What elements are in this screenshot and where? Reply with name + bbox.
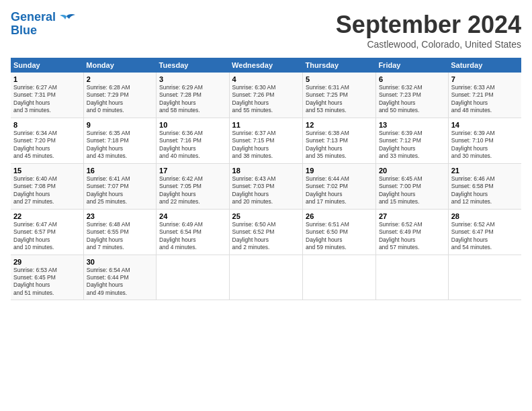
day-number: 24: [159, 212, 226, 220]
day-info: Sunrise: 6:54 AMSunset: 6:44 PMDaylight …: [87, 267, 153, 298]
calendar-day-cell: 19Sunrise: 6:44 AMSunset: 7:02 PMDayligh…: [303, 163, 376, 209]
calendar-day-cell: 1Sunrise: 6:27 AMSunset: 7:31 PMDaylight…: [11, 73, 83, 118]
day-number: 13: [379, 121, 445, 129]
day-info: Sunrise: 6:38 AMSunset: 7:13 PMDaylight …: [306, 130, 373, 161]
location-title: Castlewood, Colorado, United States: [336, 39, 521, 50]
day-info: Sunrise: 6:37 AMSunset: 7:15 PMDaylight …: [232, 130, 300, 161]
title-section: September 2024 Castlewood, Colorado, Uni…: [336, 11, 521, 50]
day-info: Sunrise: 6:45 AMSunset: 7:00 PMDaylight …: [379, 175, 445, 206]
day-info: Sunrise: 6:52 AMSunset: 6:47 PMDaylight …: [451, 221, 519, 252]
calendar-day-cell: 25Sunrise: 6:50 AMSunset: 6:52 PMDayligh…: [229, 209, 302, 255]
month-title: September 2024: [336, 11, 521, 39]
calendar-week-row: 15Sunrise: 6:40 AMSunset: 7:08 PMDayligh…: [11, 163, 521, 209]
day-info: Sunrise: 6:40 AMSunset: 7:08 PMDaylight …: [13, 175, 81, 206]
calendar-day-cell: 10Sunrise: 6:36 AMSunset: 7:16 PMDayligh…: [157, 118, 229, 163]
day-number: 12: [306, 121, 373, 129]
day-of-week-header: Monday: [83, 58, 156, 73]
day-info: Sunrise: 6:43 AMSunset: 7:03 PMDaylight …: [232, 175, 300, 206]
calendar-day-cell: 12Sunrise: 6:38 AMSunset: 7:13 PMDayligh…: [303, 118, 376, 163]
calendar-day-cell: 18Sunrise: 6:43 AMSunset: 7:03 PMDayligh…: [229, 163, 302, 209]
day-number: 14: [451, 121, 519, 129]
day-info: Sunrise: 6:27 AMSunset: 7:31 PMDaylight …: [13, 84, 81, 115]
day-info: Sunrise: 6:47 AMSunset: 6:57 PMDaylight …: [13, 221, 81, 252]
day-number: 1: [13, 75, 81, 83]
calendar-day-cell: 22Sunrise: 6:47 AMSunset: 6:57 PMDayligh…: [11, 209, 83, 255]
day-info: Sunrise: 6:33 AMSunset: 7:21 PMDaylight …: [451, 84, 519, 115]
calendar-week-row: 22Sunrise: 6:47 AMSunset: 6:57 PMDayligh…: [11, 209, 521, 255]
day-info: Sunrise: 6:39 AMSunset: 7:12 PMDaylight …: [379, 130, 445, 161]
calendar-day-cell: 23Sunrise: 6:48 AMSunset: 6:55 PMDayligh…: [83, 209, 156, 255]
day-number: 20: [379, 167, 445, 175]
calendar-day-cell: 21Sunrise: 6:46 AMSunset: 6:58 PMDayligh…: [448, 163, 521, 209]
calendar-day-cell: 29Sunrise: 6:53 AMSunset: 6:45 PMDayligh…: [11, 255, 83, 300]
calendar-day-cell: 14Sunrise: 6:39 AMSunset: 7:10 PMDayligh…: [448, 118, 521, 163]
day-number: 8: [13, 121, 81, 129]
day-number: 26: [306, 212, 373, 220]
day-number: 2: [87, 75, 153, 83]
calendar-table: SundayMondayTuesdayWednesdayThursdayFrid…: [11, 58, 521, 300]
day-info: Sunrise: 6:53 AMSunset: 6:45 PMDaylight …: [13, 267, 81, 298]
day-info: Sunrise: 6:35 AMSunset: 7:18 PMDaylight …: [87, 130, 153, 161]
calendar-day-cell: 28Sunrise: 6:52 AMSunset: 6:47 PMDayligh…: [448, 209, 521, 255]
day-number: 3: [159, 75, 226, 83]
calendar-day-cell: 27Sunrise: 6:52 AMSunset: 6:49 PMDayligh…: [375, 209, 448, 255]
calendar-week-row: 8Sunrise: 6:34 AMSunset: 7:20 PMDaylight…: [11, 118, 521, 163]
day-number: 23: [87, 212, 153, 220]
calendar-day-cell: 20Sunrise: 6:45 AMSunset: 7:00 PMDayligh…: [375, 163, 448, 209]
day-info: Sunrise: 6:50 AMSunset: 6:52 PMDaylight …: [232, 221, 300, 252]
calendar-day-cell: 2Sunrise: 6:28 AMSunset: 7:29 PMDaylight…: [83, 73, 156, 118]
day-info: Sunrise: 6:42 AMSunset: 7:05 PMDaylight …: [159, 175, 226, 206]
page-header: GeneralBlue September 2024 Castlewood, C…: [11, 11, 521, 50]
day-number: 21: [451, 167, 519, 175]
calendar-day-cell: 8Sunrise: 6:34 AMSunset: 7:20 PMDaylight…: [11, 118, 83, 163]
day-info: Sunrise: 6:46 AMSunset: 6:58 PMDaylight …: [451, 175, 519, 206]
day-number: 19: [306, 167, 373, 175]
day-number: 9: [87, 121, 153, 129]
calendar-day-cell: 5Sunrise: 6:31 AMSunset: 7:25 PMDaylight…: [303, 73, 376, 118]
calendar-day-cell: 16Sunrise: 6:41 AMSunset: 7:07 PMDayligh…: [83, 163, 156, 209]
day-info: Sunrise: 6:34 AMSunset: 7:20 PMDaylight …: [13, 130, 81, 161]
calendar-day-cell: 9Sunrise: 6:35 AMSunset: 7:18 PMDaylight…: [83, 118, 156, 163]
day-number: 29: [13, 258, 81, 266]
calendar-day-cell: 17Sunrise: 6:42 AMSunset: 7:05 PMDayligh…: [157, 163, 229, 209]
day-of-week-header: Sunday: [11, 58, 83, 73]
calendar-day-cell: [448, 255, 521, 300]
day-info: Sunrise: 6:29 AMSunset: 7:28 PMDaylight …: [159, 84, 226, 115]
calendar-day-cell: [157, 255, 229, 300]
day-info: Sunrise: 6:36 AMSunset: 7:16 PMDaylight …: [159, 130, 226, 161]
day-info: Sunrise: 6:51 AMSunset: 6:50 PMDaylight …: [306, 221, 373, 252]
day-info: Sunrise: 6:32 AMSunset: 7:23 PMDaylight …: [379, 84, 445, 115]
day-number: 6: [379, 75, 445, 83]
day-of-week-header: Saturday: [448, 58, 521, 73]
day-number: 17: [159, 167, 226, 175]
day-info: Sunrise: 6:48 AMSunset: 6:55 PMDaylight …: [87, 221, 153, 252]
calendar-day-cell: 24Sunrise: 6:49 AMSunset: 6:54 PMDayligh…: [157, 209, 229, 255]
calendar-day-cell: [375, 255, 448, 300]
day-number: 7: [451, 75, 519, 83]
calendar-day-cell: [229, 255, 302, 300]
day-number: 22: [13, 212, 81, 220]
day-info: Sunrise: 6:30 AMSunset: 7:26 PMDaylight …: [232, 84, 300, 115]
calendar-day-cell: 7Sunrise: 6:33 AMSunset: 7:21 PMDaylight…: [448, 73, 521, 118]
day-number: 5: [306, 75, 373, 83]
day-of-week-header: Thursday: [303, 58, 376, 73]
calendar-header-row: SundayMondayTuesdayWednesdayThursdayFrid…: [11, 58, 521, 73]
calendar-day-cell: 4Sunrise: 6:30 AMSunset: 7:26 PMDaylight…: [229, 73, 302, 118]
day-info: Sunrise: 6:41 AMSunset: 7:07 PMDaylight …: [87, 175, 153, 206]
logo-bird-icon: [57, 13, 76, 28]
calendar-week-row: 29Sunrise: 6:53 AMSunset: 6:45 PMDayligh…: [11, 255, 521, 300]
day-number: 11: [232, 121, 300, 129]
day-number: 25: [232, 212, 300, 220]
logo: GeneralBlue: [11, 11, 76, 38]
day-info: Sunrise: 6:31 AMSunset: 7:25 PMDaylight …: [306, 84, 373, 115]
calendar-day-cell: 30Sunrise: 6:54 AMSunset: 6:44 PMDayligh…: [83, 255, 156, 300]
calendar-week-row: 1Sunrise: 6:27 AMSunset: 7:31 PMDaylight…: [11, 73, 521, 118]
day-info: Sunrise: 6:44 AMSunset: 7:02 PMDaylight …: [306, 175, 373, 206]
calendar-day-cell: 26Sunrise: 6:51 AMSunset: 6:50 PMDayligh…: [303, 209, 376, 255]
calendar-day-cell: 6Sunrise: 6:32 AMSunset: 7:23 PMDaylight…: [375, 73, 448, 118]
calendar-day-cell: 11Sunrise: 6:37 AMSunset: 7:15 PMDayligh…: [229, 118, 302, 163]
day-number: 4: [232, 75, 300, 83]
day-number: 18: [232, 167, 300, 175]
day-number: 15: [13, 167, 81, 175]
day-info: Sunrise: 6:49 AMSunset: 6:54 PMDaylight …: [159, 221, 226, 252]
